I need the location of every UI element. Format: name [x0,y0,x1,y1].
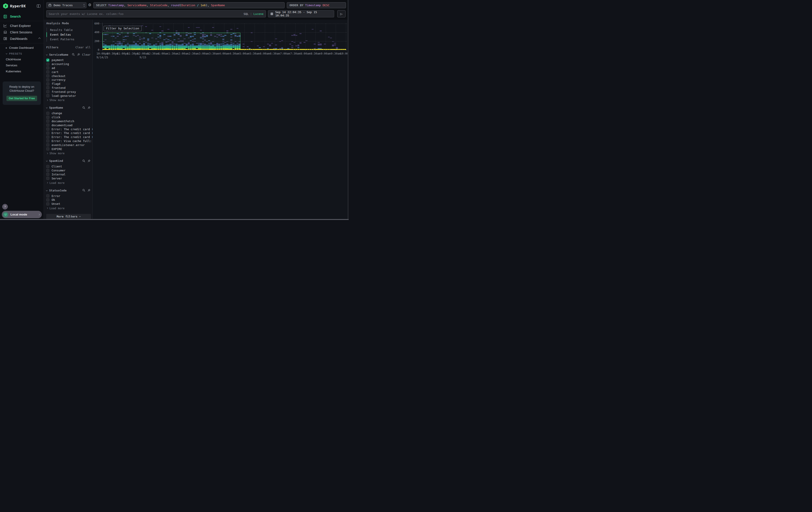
chart-selection[interactable] [103,33,240,47]
clear-all-button[interactable]: Clear all [76,46,90,49]
filter-section-header-servicename[interactable]: ServiceNameClear [46,53,90,57]
user-menu[interactable]: U Local mode [2,211,42,218]
pin-icon[interactable] [87,106,90,109]
filter-option-expire[interactable]: EXPIRE [46,147,90,151]
filter-option-internal[interactable]: Internal [46,172,90,177]
more-filters-button[interactable]: More filters [46,214,91,219]
checkbox-frontend-proxy[interactable] [46,90,49,93]
sidebar-item-client-sessions[interactable]: Client Sessions [0,29,44,35]
filter-option-frontend-proxy[interactable]: frontend-proxy [46,90,90,94]
sidebar-item-chart-explorer[interactable]: Chart Explorer [0,23,44,29]
get-started-button[interactable]: Get Started for Free [6,96,37,101]
checkbox-ad[interactable] [46,66,49,70]
filter-option-load-generator[interactable]: load-generator [46,94,90,98]
source-select[interactable]: Demo Traces [46,2,86,8]
checkbox-documentfetch[interactable] [46,119,49,123]
filter-option-ok[interactable]: Ok [46,198,90,202]
search-icon[interactable] [82,106,85,109]
load-more-link[interactable]: Load more [46,181,90,185]
filter-option-documentfetch[interactable]: documentFetch [46,119,90,123]
search-input[interactable] [49,12,243,16]
analysis-mode-event-deltas[interactable]: Event Deltas [47,32,90,37]
sidebar-item-search[interactable]: Search [0,12,44,21]
pin-icon[interactable] [87,159,90,162]
checkbox-documentload[interactable] [46,124,49,127]
filter-section-header-spanname[interactable]: SpanName [46,106,90,110]
filter-option-error[interactable]: Error [46,194,90,198]
analysis-mode-event-patterns[interactable]: Event Patterns [47,37,90,42]
run-query-button[interactable]: ▷ [337,10,346,17]
search-icon[interactable] [82,189,85,192]
vertical-scrollbar[interactable] [348,0,349,220]
checkbox-unset[interactable] [46,203,49,206]
checkbox-flagd[interactable] [46,82,49,85]
checkbox-error[interactable] [46,194,49,197]
filter-option-accounting[interactable]: accounting [46,62,90,66]
checkbox-load-generator[interactable] [46,94,49,97]
checkbox-accounting[interactable] [46,62,49,66]
checkbox-server[interactable] [46,177,49,180]
presets-toggle[interactable]: PRESETS [0,51,44,56]
filter-option-unset[interactable]: Unset [46,202,90,206]
analysis-mode-results-table[interactable]: Results Table [47,28,90,32]
checkbox-frontend[interactable] [46,86,49,89]
checkbox-internal[interactable] [46,173,49,176]
checkbox-currency[interactable] [46,78,49,81]
checkbox-client[interactable] [46,165,49,168]
pin-icon[interactable] [87,189,90,192]
filter-option-client[interactable]: Client [46,164,90,168]
filter-option-currency[interactable]: currency [46,78,90,82]
mode-sql-toggle[interactable]: SQL [243,12,249,16]
checkbox-error-the-credit-card[interactable] [46,136,49,139]
checkbox-checkout[interactable] [46,74,49,78]
date-range-picker[interactable]: Sep 14 22:04:35 - Sep 15 10:04:35 [268,10,334,17]
checkbox-consumer[interactable] [46,169,49,172]
filter-option-flagd[interactable]: flagd [46,82,90,86]
show-more-link[interactable]: Show more [46,98,90,102]
checkbox-error-visa-cache-full[interactable] [46,139,49,142]
filter-by-selection-tooltip[interactable]: Filter by Selection [104,26,142,31]
filter-option-server[interactable]: Server [46,176,90,180]
sidebar-item-dashboards[interactable]: Dashboards [0,35,44,42]
load-more-link[interactable]: Load more [46,206,90,210]
filter-option-change[interactable]: change [46,111,90,115]
checkbox-expire[interactable] [46,147,49,151]
filter-option-error-the-credit-card[interactable]: Error: The credit card (… [46,131,90,135]
checkbox-error-the-credit-card[interactable] [46,132,49,135]
create-dashboard-button[interactable]: + Create Dashboard [0,45,44,51]
filter-option-click[interactable]: click [46,115,90,119]
horizontal-scrollbar[interactable] [0,219,349,220]
search-icon[interactable] [72,53,75,56]
filter-option-consumer[interactable]: Consumer [46,168,90,172]
show-more-link[interactable]: Show more [46,152,90,155]
checkbox-change[interactable] [46,112,49,115]
filter-option-eventlistener-error[interactable]: eventListener.error [46,143,90,147]
sidebar-preset-kubernetes[interactable]: Kubernetes [0,68,44,74]
sidebar-preset-services[interactable]: Services [0,62,44,68]
filter-option-frontend[interactable]: frontend [46,86,90,90]
search-icon[interactable] [82,159,85,162]
order-by-editor[interactable]: ORDER BY Timestamp DESC [287,2,346,8]
duration-heatmap-chart[interactable]: 020040060010:00pm10:30pm11:00pm11:30pm12… [93,20,349,220]
gear-icon[interactable]: ⚙ [88,3,91,7]
chevron-up-icon[interactable] [38,37,41,40]
filter-option-error-the-credit-card[interactable]: Error: The credit card (… [46,135,90,139]
filter-section-header-statuscode[interactable]: StatusCode [46,188,90,192]
sidebar-preset-clickhouse[interactable]: ClickHouse [0,56,44,62]
checkbox-eventlistener-error[interactable] [46,143,49,146]
filter-option-documentload[interactable]: documentLoad [46,123,90,127]
mode-lucene-toggle[interactable]: Lucene [254,12,263,16]
sql-select-editor[interactable]: SELECT Timestamp, ServiceName, StatusCod… [93,2,285,8]
checkbox-error-the-credit-card[interactable] [46,128,49,131]
checkbox-ok[interactable] [46,198,49,201]
filter-option-ad[interactable]: ad [46,66,90,70]
clear-button[interactable]: Clear [82,53,90,56]
filter-option-error-visa-cache-full[interactable]: Error: Visa cache full: … [46,139,90,143]
checkbox-click[interactable] [46,116,49,119]
filter-option-checkout[interactable]: checkout [46,74,90,78]
filter-option-error-the-credit-card[interactable]: Error: The credit card (… [46,127,90,131]
pin-icon[interactable] [77,53,80,56]
filter-option-cart[interactable]: cart [46,70,90,74]
checkbox-payment[interactable] [46,58,49,62]
help-button[interactable]: ? [2,204,8,210]
